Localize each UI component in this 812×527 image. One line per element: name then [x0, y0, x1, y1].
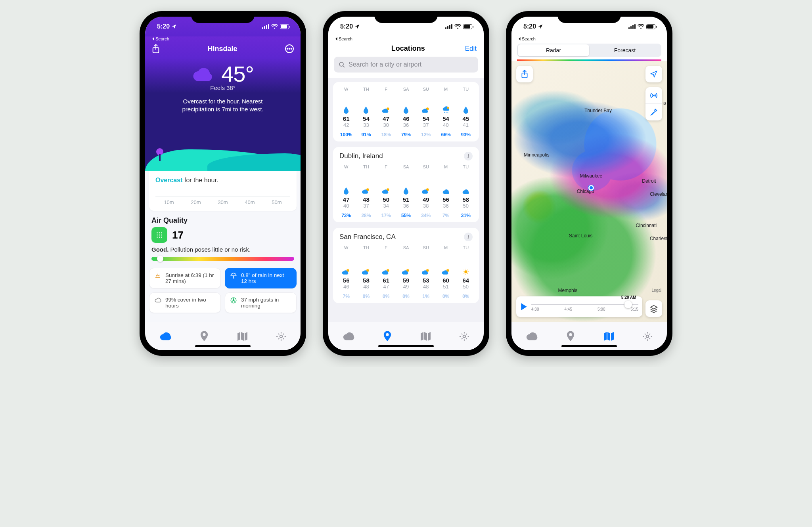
weather-icon — [442, 186, 450, 195]
tab-settings[interactable] — [642, 331, 653, 342]
breadcrumb-back[interactable]: Search — [335, 36, 352, 41]
air-desc: Pollution poses little or no risk. — [169, 246, 251, 253]
layers-icon — [649, 304, 658, 313]
forecast-day[interactable]: 53 48 — [416, 252, 436, 290]
svg-rect-28 — [464, 25, 470, 29]
day-high: 56 — [343, 277, 350, 284]
weather-icon — [362, 186, 370, 195]
forecast-day[interactable]: 48 37 — [356, 172, 376, 209]
tab-forecast[interactable] — [526, 332, 538, 341]
svg-point-14 — [161, 232, 162, 233]
forecast-day[interactable]: 47 40 — [336, 172, 356, 209]
forecast-day[interactable]: 54 33 — [356, 100, 376, 128]
precip-pct: 7% — [336, 294, 356, 299]
forecast-day[interactable]: 51 36 — [396, 176, 416, 209]
day-low: 36 — [403, 203, 409, 209]
precip-pct: 0% — [436, 294, 456, 299]
legal-link[interactable]: Legal — [652, 288, 661, 292]
breadcrumb-back[interactable]: Search — [518, 36, 536, 41]
rain-chip[interactable]: 0.8" of rain in next 12 hrs — [225, 268, 297, 288]
share-button[interactable] — [516, 66, 533, 82]
forecast-day[interactable]: 47 30 — [376, 95, 396, 128]
day-low: 49 — [403, 284, 409, 290]
eyedropper-icon — [650, 108, 658, 116]
radar-map[interactable]: Thunder BayTimminsMinneapolisMilwaukeeDe… — [511, 61, 667, 322]
day-high: 49 — [423, 196, 429, 203]
breadcrumb-back[interactable]: Search — [151, 36, 169, 41]
hourly-card[interactable]: Overcast for the hour. 10m20m30m40m50m — [149, 171, 297, 211]
day-low: 33 — [363, 122, 369, 128]
tab-forecast[interactable] — [343, 332, 354, 341]
tab-settings[interactable] — [276, 331, 286, 342]
forecast-day[interactable]: 61 47 — [376, 262, 396, 290]
battery-icon — [463, 24, 473, 29]
forecast-day[interactable]: 64 50 — [456, 267, 476, 290]
location-card[interactable]: WTHFSASUMTU 61 42 54 33 47 30 46 36 54 3… — [333, 82, 479, 141]
signal-icon — [445, 24, 452, 29]
forecast-day[interactable]: 45 41 — [456, 95, 476, 128]
day-label: W — [336, 164, 356, 169]
map-city-label: Charleston — [650, 236, 667, 241]
info-button[interactable]: i — [464, 152, 473, 160]
timeline-knob[interactable] — [624, 301, 632, 308]
eyedropper-button[interactable] — [645, 104, 662, 120]
day-label: TH — [356, 245, 376, 250]
svg-point-54 — [646, 335, 649, 338]
tab-bar — [511, 322, 667, 350]
sunrise-text: Sunrise at 6:39 (1 hr 27 mins) — [165, 272, 216, 284]
forecast-day[interactable]: 58 48 — [356, 257, 376, 290]
forecast-day[interactable]: 56 46 — [336, 257, 356, 290]
layers-button[interactable] — [645, 300, 662, 317]
forecast-day[interactable]: 61 42 — [336, 105, 356, 128]
weather-icon — [462, 267, 469, 275]
map-city-label: Cleveland — [650, 191, 667, 197]
tab-locations[interactable] — [383, 331, 392, 342]
forecast-day[interactable]: 56 36 — [436, 181, 456, 209]
tab-map[interactable] — [603, 332, 614, 341]
precip-pct: 1% — [416, 294, 436, 299]
tab-map[interactable] — [420, 332, 431, 341]
home-indicator — [561, 345, 617, 347]
broadcast-button[interactable] — [645, 87, 662, 104]
location-card[interactable]: San Francisco, CAiWTHFSASUMTU 56 46 58 4… — [333, 228, 479, 303]
map-city-label: Memphis — [558, 288, 578, 293]
cover-chip[interactable]: 99% cover in two hours — [149, 292, 221, 313]
tab-map[interactable] — [237, 332, 247, 341]
svg-point-19 — [159, 237, 160, 238]
day-low: 36 — [443, 203, 448, 209]
forecast-day[interactable]: 54 37 — [416, 100, 436, 128]
forecast-day[interactable]: 54 40 — [436, 100, 456, 128]
forecast-day[interactable]: 60 51 — [436, 262, 456, 290]
segment-radar[interactable]: Radar — [518, 44, 589, 56]
signal-icon — [262, 24, 269, 29]
day-low: 48 — [423, 284, 429, 290]
forecast-day[interactable]: 58 50 — [456, 186, 476, 209]
timeline-track[interactable]: 5:20 AM 4:304:455:005:15 — [531, 302, 638, 311]
forecast-day[interactable]: 59 49 — [396, 257, 416, 290]
forecast-day[interactable]: 50 34 — [376, 176, 396, 209]
tab-settings[interactable] — [459, 331, 469, 342]
day-low: 50 — [463, 284, 469, 290]
notch — [374, 11, 438, 23]
locate-button[interactable] — [645, 66, 662, 82]
share-icon[interactable] — [151, 44, 160, 54]
edit-button[interactable]: Edit — [465, 45, 477, 53]
tab-locations[interactable] — [566, 331, 575, 342]
forecast-day[interactable]: 49 38 — [416, 172, 436, 209]
play-button[interactable] — [520, 303, 527, 311]
broadcast-icon — [649, 92, 658, 99]
search-input[interactable]: Search for a city or airport — [334, 57, 478, 73]
tab-forecast[interactable] — [159, 332, 171, 341]
segment-forecast[interactable]: Forecast — [589, 44, 661, 56]
tab-locations[interactable] — [200, 331, 209, 342]
more-icon[interactable] — [285, 44, 294, 53]
info-button[interactable]: i — [464, 233, 473, 241]
locations-list[interactable]: WTHFSASUMTU 61 42 54 33 47 30 46 36 54 3… — [328, 78, 484, 322]
sunrise-icon — [154, 272, 161, 279]
sunrise-chip[interactable]: Sunrise at 6:39 (1 hr 27 mins) — [149, 268, 221, 288]
location-card[interactable]: Dublin, IrelandiWTHFSASUMTU 47 40 48 37 … — [333, 147, 479, 222]
day-high: 61 — [343, 115, 350, 122]
location-arrow-icon — [354, 24, 360, 29]
wind-chip[interactable]: 37 mph gusts in morning — [225, 292, 297, 313]
forecast-day[interactable]: 46 36 — [396, 95, 416, 128]
